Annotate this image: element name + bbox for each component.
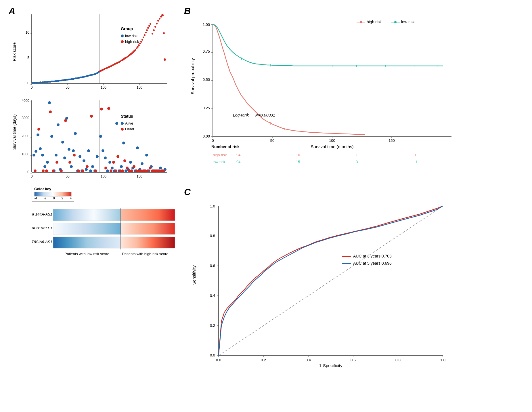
svg-point-236: [121, 169, 124, 172]
heatmap-row-3: [53, 237, 175, 248]
svg-point-119: [148, 25, 150, 27]
svg-text:0: 0: [415, 153, 417, 157]
svg-point-234: [116, 155, 119, 158]
svg-text:50: 50: [66, 85, 70, 89]
svg-point-153: [32, 154, 35, 157]
svg-point-172: [74, 132, 77, 135]
svg-text:50: 50: [66, 174, 70, 178]
risk-score-svg: Risk score 0 5 10 0 50 100 150: [9, 9, 181, 98]
roc-chart: Sensitivity 1-Specificity 0.0 0.2 0.4 0.…: [184, 197, 523, 383]
roc-y-label: Sensitivity: [192, 265, 196, 285]
svg-text:0: 0: [212, 138, 214, 143]
svg-point-199: [136, 146, 139, 149]
svg-point-169: [68, 148, 70, 151]
svg-rect-264: [53, 237, 121, 248]
gene-label-2: AC019211.1: [32, 226, 52, 230]
svg-text:AUC at 5 years:0.696: AUC at 5 years:0.696: [353, 261, 392, 266]
survival-time-svg: Survival time (days) 0 1000 2000 3000 40…: [9, 96, 181, 185]
svg-point-115: [144, 34, 146, 36]
svg-point-248: [149, 167, 152, 169]
svg-point-155: [37, 133, 39, 136]
svg-rect-261: [121, 209, 175, 221]
svg-point-184: [102, 149, 104, 152]
svg-point-118: [147, 27, 149, 29]
svg-point-109: [137, 46, 139, 48]
svg-point-134: [121, 40, 124, 43]
svg-point-171: [72, 149, 75, 152]
svg-text:94: 94: [236, 153, 240, 157]
svg-point-215: [45, 169, 48, 172]
svg-point-258: [121, 128, 124, 131]
svg-text:Group: Group: [121, 26, 133, 31]
svg-text:0.50: 0.50: [203, 77, 210, 82]
svg-text:0.25: 0.25: [203, 106, 210, 110]
low-risk-label: Patients with low risk score: [64, 252, 109, 256]
heatmap-svg: RNF144A-AS1 AC019211.1 ST8SIA6-AS1: [32, 203, 178, 261]
heatmap-row-2: [53, 223, 175, 234]
svg-point-160: [48, 101, 51, 104]
svg-text:0.75: 0.75: [203, 49, 210, 54]
svg-point-222: [73, 154, 76, 157]
panel-b-label: B: [184, 6, 191, 16]
svg-point-188: [111, 167, 114, 169]
svg-point-229: [104, 167, 107, 169]
svg-text:0.8: 0.8: [395, 358, 401, 362]
svg-rect-262: [53, 223, 121, 234]
svg-text:2000: 2000: [22, 134, 29, 138]
svg-point-126: [159, 18, 160, 20]
number-at-risk-label: Number at risk: [211, 144, 240, 149]
svg-point-254: [162, 169, 165, 172]
svg-point-114: [143, 37, 144, 38]
svg-point-201: [141, 162, 143, 165]
svg-text:10: 10: [296, 153, 300, 157]
left-panel: A Risk score 0 5 10: [0, 0, 178, 412]
svg-text:150: 150: [137, 85, 142, 89]
svg-text:0: 0: [27, 81, 29, 85]
survival-time-y-label: Survival time (days): [12, 115, 17, 150]
svg-point-161: [50, 135, 53, 138]
svg-point-209: [159, 167, 162, 169]
color-key-title: Color key: [34, 187, 72, 191]
svg-point-238: [126, 167, 129, 169]
svg-text:P: P: [255, 113, 258, 117]
svg-text:150: 150: [389, 138, 395, 143]
svg-point-214: [42, 169, 45, 172]
svg-point-230: [107, 107, 110, 110]
svg-point-156: [39, 147, 42, 150]
svg-point-187: [108, 161, 111, 164]
svg-point-223: [77, 169, 80, 172]
risk-score-chart: Risk score 0 5 10 0 50 100 150: [9, 9, 175, 99]
svg-text:100: 100: [101, 85, 106, 89]
svg-text:0: 0: [31, 85, 33, 89]
svg-point-224: [81, 169, 84, 172]
svg-point-186: [106, 169, 109, 172]
svg-point-110: [138, 44, 140, 46]
svg-rect-260: [53, 209, 121, 221]
svg-text:0.6: 0.6: [351, 358, 356, 362]
svg-point-232: [112, 161, 115, 164]
heatmap-section: Color key -4 -2 0 2 4: [9, 185, 175, 262]
svg-text:Status: Status: [121, 114, 133, 119]
svg-point-227: [94, 169, 97, 172]
svg-point-176: [83, 159, 85, 162]
high-risk-label: Patients with high risk score: [122, 252, 168, 256]
svg-point-183: [99, 135, 102, 138]
svg-rect-265: [121, 237, 175, 248]
svg-text:3: 3: [356, 160, 358, 164]
svg-text:1.0: 1.0: [210, 204, 215, 208]
svg-text:low risk: low risk: [401, 20, 415, 24]
svg-point-107: [135, 49, 136, 51]
svg-point-274: [394, 21, 397, 23]
svg-point-192: [120, 165, 123, 168]
svg-point-233: [114, 169, 117, 172]
svg-point-203: [145, 154, 148, 157]
km-x-label: Survival time (months): [311, 144, 353, 149]
alive-dots: [32, 101, 167, 172]
svg-text:1: 1: [415, 160, 417, 164]
svg-point-158: [43, 165, 46, 168]
svg-rect-263: [121, 223, 175, 234]
svg-point-122: [153, 29, 155, 31]
svg-point-226: [90, 115, 93, 118]
heatmap-row-1: [53, 209, 175, 221]
svg-point-231: [110, 169, 112, 172]
